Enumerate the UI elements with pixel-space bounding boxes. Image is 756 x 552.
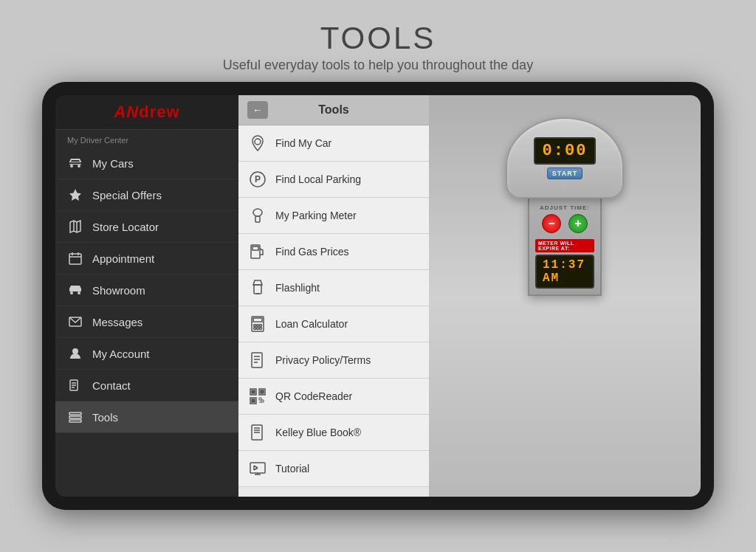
tablet-frame: ANdrew My Driver Center My Cars Special … [42,82,714,510]
meter-head: 0:00 START [506,117,624,199]
tools-list: Find My Car P Find Local Parking My Park… [238,125,429,497]
meter-adjust-label: ADJUST TIME: [540,204,590,211]
parking-icon: P [247,169,268,190]
svg-point-32 [254,325,256,327]
page-title: TOOLS [223,21,533,56]
svg-rect-27 [252,246,258,250]
tool-item-kelley-blue-book[interactable]: Kelley Blue Book® [238,415,429,451]
sidebar-label-my-cars: My Cars [92,157,134,170]
sidebar-label-messages: Messages [92,316,142,328]
tool-item-flashlight[interactable]: Flashlight [238,270,429,306]
tool-item-find-gas-prices[interactable]: Find Gas Prices [238,234,429,270]
svg-point-36 [257,328,259,330]
tool-item-find-local-parking[interactable]: P Find Local Parking [238,162,429,198]
tool-label-loan-calculator: Loan Calculator [275,318,348,330]
svg-rect-47 [252,399,255,402]
tutorial-icon [247,458,268,479]
svg-point-11 [78,291,80,294]
svg-rect-25 [255,216,260,222]
meter-increase-button[interactable]: + [568,214,588,233]
sidebar: ANdrew My Driver Center My Cars Special … [55,95,238,497]
back-button[interactable]: ← [247,101,268,119]
meter-icon [247,205,268,226]
meter-expire-label: METER WILL EXPIRE AT: [535,239,594,252]
qr-icon [247,386,268,407]
page-subtitle: Useful everyday tools to help you throug… [223,58,533,73]
meter-decrease-button[interactable]: − [542,214,561,233]
car-icon [67,155,83,171]
svg-point-10 [70,291,73,294]
svg-point-0 [70,165,73,168]
find-car-icon [247,133,268,153]
svg-point-21 [255,139,261,145]
sidebar-item-messages[interactable]: Messages [55,306,238,338]
svg-rect-18 [69,413,81,415]
tool-item-loan-calculator[interactable]: Loan Calculator [238,306,429,342]
svg-point-1 [78,165,80,168]
sidebar-item-appointment[interactable]: Appointment [55,243,238,275]
tool-item-qr-code[interactable]: QR CodeReader [238,379,429,415]
back-arrow-icon: ← [252,104,263,116]
tools-panel: ← Tools Find My Car P Find Local Parking [238,95,429,497]
tool-label-find-my-car: Find My Car [275,137,331,149]
svg-rect-28 [254,285,261,294]
sidebar-item-special-offers[interactable]: Special Offers [55,179,238,211]
svg-rect-31 [253,318,262,322]
svg-point-34 [260,325,262,327]
tool-label-kelley-blue-book: Kelley Blue Book® [275,427,361,438]
tool-label-privacy-policy: Privacy Policy/Terms [275,354,371,366]
meter-controls: − + [542,214,588,233]
page-header: TOOLS Useful everyday tools to help you … [223,0,533,82]
document-icon [247,350,268,370]
sidebar-label-showroom: Showroom [92,284,145,297]
sidebar-section-label: My Driver Center [55,130,238,148]
sidebar-label-special-offers: Special Offers [92,189,162,201]
sidebar-item-contact[interactable]: Contact [55,370,238,401]
tool-item-tutorial[interactable]: Tutorial [238,451,429,487]
flashlight-icon [247,277,268,298]
sidebar-label-contact: Contact [92,379,131,392]
star-icon [67,187,83,203]
svg-marker-2 [69,189,81,201]
sidebar-item-store-locator[interactable]: Store Locator [55,211,238,243]
meter-panel: 0:00 START ADJUST TIME: − + METER WILL E… [429,95,701,497]
tool-label-qr-code: QR CodeReader [275,390,352,402]
account-icon [67,345,83,362]
showroom-icon [67,282,83,298]
svg-point-24 [253,209,262,216]
tools-panel-title: Tools [275,103,420,117]
svg-text:P: P [255,174,261,184]
contact-icon [67,377,83,393]
sidebar-header: ANdrew [55,95,238,130]
sidebar-label-my-account: My Account [92,348,150,360]
sidebar-label-store-locator: Store Locator [92,221,159,233]
parking-meter: 0:00 START ADJUST TIME: − + METER WILL E… [506,117,624,296]
sidebar-item-my-account[interactable]: My Account [55,338,238,370]
map-icon [67,218,83,235]
tool-label-tutorial: Tutorial [275,463,309,475]
tool-item-my-parking-meter[interactable]: My Parking Meter [238,198,429,234]
tools-icon [67,409,83,425]
svg-marker-3 [70,221,80,232]
sidebar-label-tools: Tools [92,411,118,424]
sidebar-item-tools[interactable]: Tools [55,401,238,433]
meter-start-button[interactable]: START [547,168,583,179]
svg-rect-19 [69,416,81,418]
tool-item-privacy-policy[interactable]: Privacy Policy/Terms [238,342,429,379]
tool-label-find-local-parking: Find Local Parking [275,173,361,185]
sidebar-item-my-cars[interactable]: My Cars [55,148,238,179]
tool-label-flashlight: Flashlight [275,282,320,294]
sidebar-label-appointment: Appointment [92,252,154,265]
svg-point-33 [257,325,259,327]
tool-item-find-my-car[interactable]: Find My Car [238,125,429,162]
svg-rect-38 [252,353,262,368]
svg-rect-6 [69,254,81,264]
calendar-icon [67,250,83,266]
sidebar-item-showroom[interactable]: Showroom [55,275,238,306]
svg-rect-43 [252,390,255,393]
calculator-icon [247,314,268,334]
meter-body: ADJUST TIME: − + METER WILL EXPIRE AT: 1… [528,199,602,296]
meter-display: 0:00 [534,137,597,165]
svg-point-37 [260,328,262,330]
svg-point-13 [72,348,78,354]
